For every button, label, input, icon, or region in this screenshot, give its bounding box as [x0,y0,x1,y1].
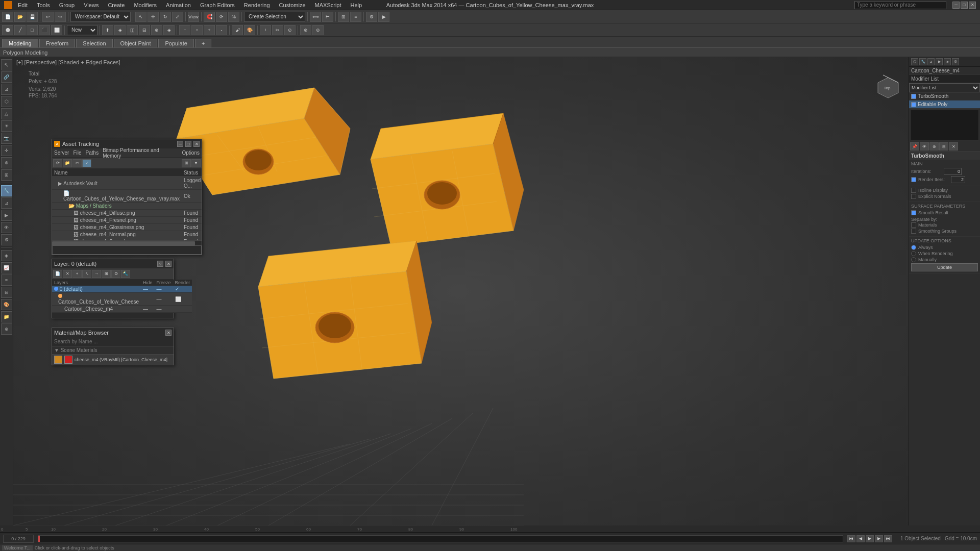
lp-select-mode[interactable]: ↖ [1,59,12,70]
table-row[interactable]: 🖼 cheese_m4_Fresnel.png Found [52,217,202,224]
at-menu-bitmap-perf[interactable]: Bitmap Performance and Memory [103,147,178,159]
layer-panel-titlebar[interactable]: Layer: 0 (default) ? ✕ [52,259,174,268]
asset-tracking-scrollthumb[interactable] [52,241,195,245]
update-always-radio[interactable] [911,245,916,250]
tb2-vertex[interactable]: ⬤ [2,25,13,35]
update-when-rendering-radio[interactable] [911,251,916,256]
tb2-bevel[interactable]: ◈ [114,25,126,35]
modifier-item-turbosmoothh[interactable]: TurboSmooth [909,92,980,101]
at-menu-options[interactable]: Options [182,150,200,156]
layer-panel-close[interactable]: ✕ [165,261,172,267]
tb2-bridge[interactable]: ⊟ [139,25,150,35]
tb2-cut[interactable]: ✂ [272,25,283,35]
lp-color-clip[interactable]: 🎨 [1,299,12,310]
tb-layer[interactable]: ⊞ [338,12,349,22]
modifier-list-dropdown[interactable]: Modifier List [909,83,980,92]
layer-tb-settings[interactable]: ⚙ [111,270,120,278]
asset-tracking-minimize[interactable]: ─ [177,141,183,147]
mod-pin-btn[interactable]: 📌 [910,142,919,151]
material-browser-titlebar[interactable]: Material/Map Browser ✕ [52,328,174,337]
tb-save[interactable]: 💾 [27,12,38,22]
material-browser-section[interactable]: ▼ Scene Materials [52,346,174,355]
minimize-btn[interactable]: ─ [952,2,960,9]
lp-shapes[interactable]: △ [1,108,12,119]
menu-item-animation[interactable]: Animation [164,2,192,8]
asset-tracking-close[interactable]: ✕ [193,141,200,147]
viewport[interactable]: [+] [Perspective] [Shaded + Edged Faces]… [13,57,909,525]
tb2-object-select[interactable]: New [67,25,97,35]
tab-object-paint[interactable]: Object Paint [114,39,158,47]
lp-link[interactable]: 🔗 [1,71,12,83]
layer-tb-highlight[interactable]: 🔦 [121,270,130,278]
timeline-bar[interactable] [38,535,843,542]
tb-undo[interactable]: ↩ [42,12,54,22]
menu-item-views[interactable]: Views [82,2,100,8]
tb2-relax[interactable]: ⊛ [300,25,311,35]
table-row[interactable]: 📄 Cartoon_Cubes_of_Yellow_Cheese_max_vra… [52,190,202,203]
menu-item-modifiers[interactable]: Modifiers [132,2,158,8]
tb2-chamfer[interactable]: ◈ [163,25,175,35]
menu-item-maxscript[interactable]: MAXScript [313,2,343,8]
layer-tb-add[interactable]: + [72,270,82,278]
props-tb-display[interactable]: 👁 [944,58,951,65]
at-tb-resolve[interactable]: ✓ [82,159,91,167]
tb-rotate[interactable]: ↻ [160,12,171,22]
lp-systems[interactable]: ⊞ [1,169,12,181]
search-input[interactable] [854,1,946,9]
layer-tb-delete[interactable]: ✕ [63,270,72,278]
render-iters-checkbox[interactable] [911,177,916,182]
lp-display[interactable]: 👁 [1,222,12,233]
props-tb-motion[interactable]: ▶ [936,58,943,65]
lp-geom[interactable]: ⬡ [1,96,12,107]
tb-angle-snap[interactable]: ⟳ [216,12,227,22]
tb2-extrude[interactable]: ⬆ [102,25,113,35]
tb-mirror[interactable]: ⟺ [310,12,321,22]
sep-smoothing-checkbox[interactable] [911,229,916,234]
tb2-inset[interactable]: ◫ [127,25,138,35]
pb-next-frame[interactable]: ▶ [875,535,883,542]
tab-populate[interactable]: Populate [158,39,193,47]
tb2-paint-sel[interactable]: 🎨 [244,25,255,35]
tab-selection[interactable]: Selection [76,39,112,47]
menu-item-group[interactable]: Group [58,2,77,8]
pb-prev-frame[interactable]: ◀ [856,535,865,542]
tb-ribbon[interactable]: ≡ [350,12,361,22]
lp-schematic[interactable]: ⊟ [1,287,12,298]
turbosmooh-iterations-input[interactable] [944,168,962,175]
lp-space-warps[interactable]: ⊕ [1,157,12,168]
at-tb-refresh[interactable]: ⟳ [53,159,62,167]
material-browser-search[interactable] [52,337,174,346]
tb2-select-ring[interactable]: ○ [191,25,203,35]
tb2-element[interactable]: ⬜ [51,25,62,35]
tb2-border[interactable]: □ [27,25,38,35]
menu-item-customize[interactable]: Customize [278,2,307,8]
smooth-result-checkbox[interactable] [911,210,916,215]
props-tb-hierarchy[interactable]: ⊿ [927,58,935,65]
table-row[interactable]: 0 (default) — — ✓ [52,286,192,293]
tb-render-setup[interactable]: ⚙ [366,12,377,22]
lp-cameras[interactable]: 📷 [1,133,12,144]
lp-dope-sheet[interactable]: ≡ [1,274,12,286]
tb-select-filter-dropdown[interactable]: Create Selection [244,12,305,22]
tb2-grow[interactable]: + [204,25,215,35]
pb-goto-start[interactable]: ⏮ [847,535,855,542]
render-iters-input[interactable] [951,176,965,183]
lp-render-to-tex[interactable]: ⊕ [1,323,12,335]
props-tb-modify[interactable]: 🔧 [919,58,926,65]
maximize-btn[interactable]: □ [961,2,968,9]
mod-remove-btn[interactable]: ✕ [949,142,958,151]
lp-bind[interactable]: ⊿ [1,84,12,95]
props-tb-create[interactable]: ⬡ [911,58,918,65]
table-row[interactable]: Cartoon_Cubes_of_Yellow_Cheese — ⬜ [52,293,192,306]
material-browser-close[interactable]: ✕ [165,330,172,336]
table-row[interactable]: Cartoon_Cheese_m4 — — [52,306,192,313]
tb-align[interactable]: ⊢ [322,12,333,22]
sep-materials-checkbox[interactable] [911,222,916,228]
tb-scale[interactable]: ⤢ [172,12,183,22]
tb2-shrink[interactable]: - [216,25,227,35]
tb-new[interactable]: 📄 [2,12,13,22]
table-row[interactable]: 📂 Maps / Shaders [52,203,202,210]
close-btn[interactable]: ✕ [969,2,976,9]
lp-helpers[interactable]: ✛ [1,145,12,156]
asset-tracking-hscrollbar[interactable] [52,240,202,245]
